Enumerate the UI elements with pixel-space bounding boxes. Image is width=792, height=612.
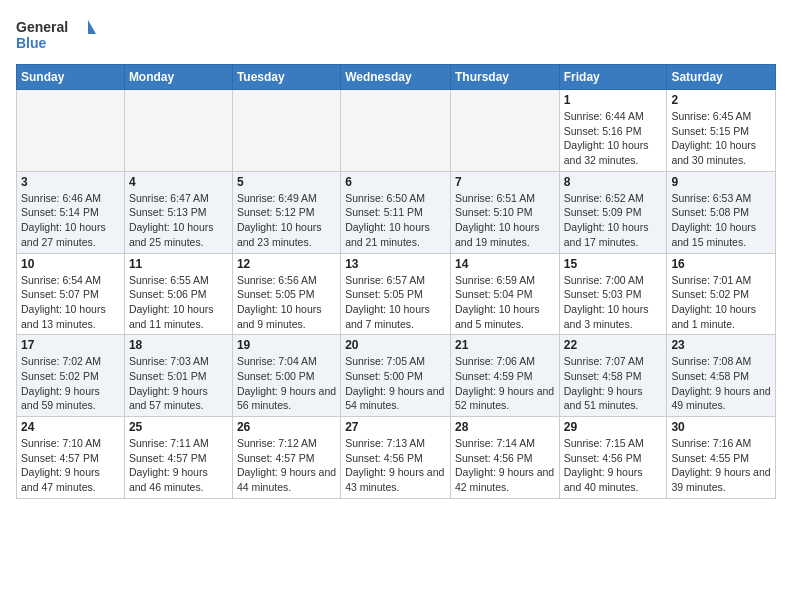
day-number: 21 [455,338,555,352]
calendar-cell: 2Sunrise: 6:45 AMSunset: 5:15 PMDaylight… [667,90,776,172]
day-number: 16 [671,257,771,271]
day-number: 15 [564,257,663,271]
day-info: Sunrise: 6:59 AMSunset: 5:04 PMDaylight:… [455,273,555,332]
day-info: Sunrise: 7:11 AMSunset: 4:57 PMDaylight:… [129,436,228,495]
day-info: Sunrise: 7:05 AMSunset: 5:00 PMDaylight:… [345,354,446,413]
calendar-cell: 13Sunrise: 6:57 AMSunset: 5:05 PMDayligh… [341,253,451,335]
calendar-cell: 21Sunrise: 7:06 AMSunset: 4:59 PMDayligh… [450,335,559,417]
day-number: 4 [129,175,228,189]
day-info: Sunrise: 7:03 AMSunset: 5:01 PMDaylight:… [129,354,228,413]
day-number: 29 [564,420,663,434]
day-number: 3 [21,175,120,189]
day-info: Sunrise: 7:06 AMSunset: 4:59 PMDaylight:… [455,354,555,413]
calendar-cell [124,90,232,172]
day-number: 5 [237,175,336,189]
calendar-cell: 16Sunrise: 7:01 AMSunset: 5:02 PMDayligh… [667,253,776,335]
day-number: 18 [129,338,228,352]
day-info: Sunrise: 7:14 AMSunset: 4:56 PMDaylight:… [455,436,555,495]
day-info: Sunrise: 7:16 AMSunset: 4:55 PMDaylight:… [671,436,771,495]
calendar-cell: 25Sunrise: 7:11 AMSunset: 4:57 PMDayligh… [124,417,232,499]
day-number: 23 [671,338,771,352]
calendar-cell: 30Sunrise: 7:16 AMSunset: 4:55 PMDayligh… [667,417,776,499]
day-info: Sunrise: 7:10 AMSunset: 4:57 PMDaylight:… [21,436,120,495]
calendar-cell: 6Sunrise: 6:50 AMSunset: 5:11 PMDaylight… [341,171,451,253]
day-info: Sunrise: 7:13 AMSunset: 4:56 PMDaylight:… [345,436,446,495]
day-header-wednesday: Wednesday [341,65,451,90]
day-number: 26 [237,420,336,434]
calendar-cell [232,90,340,172]
calendar-cell: 23Sunrise: 7:08 AMSunset: 4:58 PMDayligh… [667,335,776,417]
day-info: Sunrise: 7:12 AMSunset: 4:57 PMDaylight:… [237,436,336,495]
day-info: Sunrise: 7:08 AMSunset: 4:58 PMDaylight:… [671,354,771,413]
day-number: 20 [345,338,446,352]
calendar-week-3: 10Sunrise: 6:54 AMSunset: 5:07 PMDayligh… [17,253,776,335]
calendar-cell: 17Sunrise: 7:02 AMSunset: 5:02 PMDayligh… [17,335,125,417]
day-info: Sunrise: 6:44 AMSunset: 5:16 PMDaylight:… [564,109,663,168]
page-header: General Blue [16,16,776,56]
day-info: Sunrise: 7:15 AMSunset: 4:56 PMDaylight:… [564,436,663,495]
day-number: 13 [345,257,446,271]
day-header-sunday: Sunday [17,65,125,90]
day-info: Sunrise: 6:53 AMSunset: 5:08 PMDaylight:… [671,191,771,250]
calendar-cell [341,90,451,172]
calendar-cell: 3Sunrise: 6:46 AMSunset: 5:14 PMDaylight… [17,171,125,253]
day-info: Sunrise: 6:55 AMSunset: 5:06 PMDaylight:… [129,273,228,332]
day-info: Sunrise: 6:57 AMSunset: 5:05 PMDaylight:… [345,273,446,332]
day-number: 12 [237,257,336,271]
svg-text:Blue: Blue [16,35,47,51]
day-number: 10 [21,257,120,271]
day-number: 6 [345,175,446,189]
calendar-cell: 12Sunrise: 6:56 AMSunset: 5:05 PMDayligh… [232,253,340,335]
calendar-cell: 5Sunrise: 6:49 AMSunset: 5:12 PMDaylight… [232,171,340,253]
day-number: 11 [129,257,228,271]
svg-text:General: General [16,19,68,35]
calendar-week-4: 17Sunrise: 7:02 AMSunset: 5:02 PMDayligh… [17,335,776,417]
calendar-header-row: SundayMondayTuesdayWednesdayThursdayFrid… [17,65,776,90]
calendar-cell: 27Sunrise: 7:13 AMSunset: 4:56 PMDayligh… [341,417,451,499]
day-info: Sunrise: 7:00 AMSunset: 5:03 PMDaylight:… [564,273,663,332]
calendar-cell: 15Sunrise: 7:00 AMSunset: 5:03 PMDayligh… [559,253,667,335]
day-number: 28 [455,420,555,434]
day-info: Sunrise: 6:47 AMSunset: 5:13 PMDaylight:… [129,191,228,250]
calendar-cell: 20Sunrise: 7:05 AMSunset: 5:00 PMDayligh… [341,335,451,417]
calendar-cell [17,90,125,172]
day-info: Sunrise: 7:02 AMSunset: 5:02 PMDaylight:… [21,354,120,413]
calendar-cell: 14Sunrise: 6:59 AMSunset: 5:04 PMDayligh… [450,253,559,335]
day-number: 14 [455,257,555,271]
calendar-cell: 10Sunrise: 6:54 AMSunset: 5:07 PMDayligh… [17,253,125,335]
calendar-cell: 22Sunrise: 7:07 AMSunset: 4:58 PMDayligh… [559,335,667,417]
calendar-cell: 19Sunrise: 7:04 AMSunset: 5:00 PMDayligh… [232,335,340,417]
day-number: 27 [345,420,446,434]
calendar-cell: 29Sunrise: 7:15 AMSunset: 4:56 PMDayligh… [559,417,667,499]
day-header-thursday: Thursday [450,65,559,90]
calendar-cell [450,90,559,172]
day-number: 25 [129,420,228,434]
day-number: 22 [564,338,663,352]
day-header-friday: Friday [559,65,667,90]
day-number: 2 [671,93,771,107]
calendar-cell: 11Sunrise: 6:55 AMSunset: 5:06 PMDayligh… [124,253,232,335]
day-info: Sunrise: 6:49 AMSunset: 5:12 PMDaylight:… [237,191,336,250]
day-number: 8 [564,175,663,189]
calendar-cell: 28Sunrise: 7:14 AMSunset: 4:56 PMDayligh… [450,417,559,499]
day-number: 17 [21,338,120,352]
calendar-week-2: 3Sunrise: 6:46 AMSunset: 5:14 PMDaylight… [17,171,776,253]
day-info: Sunrise: 6:56 AMSunset: 5:05 PMDaylight:… [237,273,336,332]
day-info: Sunrise: 6:50 AMSunset: 5:11 PMDaylight:… [345,191,446,250]
calendar-cell: 24Sunrise: 7:10 AMSunset: 4:57 PMDayligh… [17,417,125,499]
day-info: Sunrise: 6:52 AMSunset: 5:09 PMDaylight:… [564,191,663,250]
day-number: 19 [237,338,336,352]
day-info: Sunrise: 6:51 AMSunset: 5:10 PMDaylight:… [455,191,555,250]
calendar-cell: 26Sunrise: 7:12 AMSunset: 4:57 PMDayligh… [232,417,340,499]
calendar-cell: 18Sunrise: 7:03 AMSunset: 5:01 PMDayligh… [124,335,232,417]
day-info: Sunrise: 6:45 AMSunset: 5:15 PMDaylight:… [671,109,771,168]
calendar-week-1: 1Sunrise: 6:44 AMSunset: 5:16 PMDaylight… [17,90,776,172]
day-info: Sunrise: 7:07 AMSunset: 4:58 PMDaylight:… [564,354,663,413]
calendar-cell: 4Sunrise: 6:47 AMSunset: 5:13 PMDaylight… [124,171,232,253]
calendar-cell: 1Sunrise: 6:44 AMSunset: 5:16 PMDaylight… [559,90,667,172]
day-info: Sunrise: 7:01 AMSunset: 5:02 PMDaylight:… [671,273,771,332]
calendar-cell: 7Sunrise: 6:51 AMSunset: 5:10 PMDaylight… [450,171,559,253]
calendar-body: 1Sunrise: 6:44 AMSunset: 5:16 PMDaylight… [17,90,776,499]
calendar-cell: 8Sunrise: 6:52 AMSunset: 5:09 PMDaylight… [559,171,667,253]
calendar-table: SundayMondayTuesdayWednesdayThursdayFrid… [16,64,776,499]
